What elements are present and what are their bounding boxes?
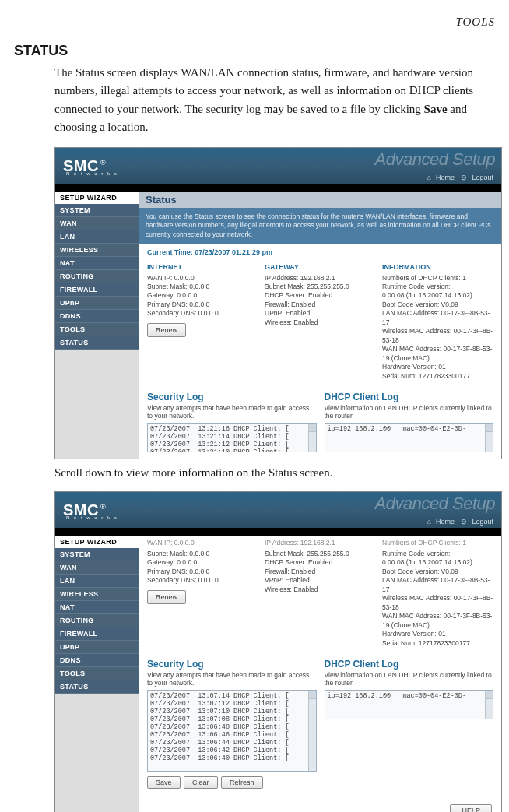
info-line: Gateway: 0.0.0.0 — [147, 558, 258, 567]
scrollbar[interactable] — [308, 424, 316, 452]
content-pane: WAN IP: 0.0.0.0 Subnet Mask: 0.0.0.0Gate… — [139, 536, 501, 812]
gateway-column: GATEWAY IP Address: 192.168.2.1Subnet Ma… — [265, 262, 376, 381]
home-icon: ⌂ — [427, 518, 431, 526]
security-log-content: 07/23/2007 13:21:16 DHCP Client: [ 07/23… — [150, 425, 290, 452]
scrollbar[interactable] — [308, 691, 316, 771]
intro-text: The Status screen displays WAN/LAN conne… — [54, 66, 473, 115]
sidebar-item-wireless[interactable]: WIRELESS — [55, 244, 139, 257]
dhcp-log-textarea[interactable]: ip=192.168.2.100 mac=00-04-E2-0D- — [325, 423, 494, 452]
info-line: Numbers of DHCP Clients: 1 — [382, 274, 493, 283]
info-line: 0.00.08 (Jul 16 2007 14:13:02) — [382, 291, 493, 300]
sidebar-item-routing[interactable]: ROUTING — [55, 270, 139, 283]
logs-row: Security Log View any attempts that have… — [147, 659, 493, 789]
home-link[interactable]: Home — [436, 518, 455, 526]
dhcp-log-textarea[interactable]: ip=192.168.2.100 mac=00-04-E2-0D- — [325, 690, 494, 719]
sidebar-item-tools[interactable]: TOOLS — [55, 667, 139, 680]
info-line: DHCP Server: Enabled — [265, 291, 376, 300]
black-strip — [55, 528, 501, 536]
info-line: Runtime Code Version: — [382, 283, 493, 291]
info-line: VPnP: Enabled — [265, 576, 376, 585]
gateway-column: IP Address: 192.168.2.1 Subnet Mask: 255… — [265, 539, 376, 648]
sidebar-item-nat[interactable]: NAT — [55, 601, 139, 614]
sidebar-item-upnp[interactable]: UPnP — [55, 641, 139, 654]
internet-column: WAN IP: 0.0.0.0 Subnet Mask: 0.0.0.0Gate… — [147, 539, 258, 648]
ghost-line: Numbers of DHCP Clients: 1 — [382, 539, 493, 547]
security-log-textarea[interactable]: 07/23/2007 13:21:16 DHCP Client: [ 07/23… — [147, 423, 317, 452]
dhcp-log-desc: View information on LAN DHCP clients cur… — [325, 671, 494, 687]
info-line: WAN IP: 0.0.0.0 — [147, 274, 258, 283]
renew-button[interactable]: Renew — [147, 590, 186, 604]
intro-paragraph: The Status screen displays WAN/LAN conne… — [54, 64, 495, 136]
info-line: Runtime Code Version: — [382, 550, 493, 558]
info-line: Gateway: 0.0.0.0 — [147, 291, 258, 300]
info-line: DHCP Server: Enabled — [265, 558, 376, 567]
renew-button[interactable]: Renew — [147, 323, 186, 337]
refresh-button[interactable]: Refresh — [221, 776, 263, 789]
help-row: HELP — [147, 800, 493, 812]
sidebar-item-routing[interactable]: ROUTING — [55, 614, 139, 627]
screenshot-status-bottom: SMC ® N e t w o r k s Advanced Setup ⌂Ho… — [54, 491, 502, 812]
logo-registered: ® — [100, 159, 106, 167]
information-column: INFORMATION Numbers of DHCP Clients: 1Ru… — [382, 262, 493, 381]
scrollbar[interactable] — [485, 691, 493, 719]
sidebar-item-ddns[interactable]: DDNS — [55, 310, 139, 323]
logout-icon: ⊖ — [461, 174, 467, 181]
logout-icon: ⊖ — [461, 518, 467, 526]
sidebar-item-system[interactable]: SYSTEM — [55, 548, 139, 561]
internet-heading: INTERNET — [147, 262, 258, 272]
security-log-desc: View any attempts that have been made to… — [147, 671, 317, 687]
info-line: WAN MAC Address: 00-17-3F-8B-53-19 (Clon… — [382, 612, 493, 630]
information-heading: INFORMATION — [382, 262, 493, 272]
sidebar-item-firewall[interactable]: FIREWALL — [55, 283, 139, 297]
sidebar-item-system[interactable]: SYSTEM — [55, 204, 139, 217]
dhcp-log-heading: DHCP Client Log — [325, 392, 494, 402]
dhcp-log-content: ip=192.168.2.100 mac=00-04-E2-0D- — [328, 425, 467, 433]
home-icon: ⌂ — [427, 174, 431, 181]
sidebar-item-tools[interactable]: TOOLS — [55, 323, 139, 336]
info-line: Subnet Mask: 255.255.255.0 — [265, 283, 376, 291]
sidebar-item-status[interactable]: STATUS — [55, 680, 139, 694]
info-line: Subnet Mask: 0.0.0.0 — [147, 283, 258, 291]
sidebar-item-nat[interactable]: NAT — [55, 257, 139, 270]
sidebar: SETUP WIZARD SYSTEMWANLANWIRELESSNATROUT… — [55, 536, 139, 812]
scrollbar[interactable] — [485, 424, 493, 452]
content-pane: Status You can use the Status screen to … — [139, 192, 501, 459]
info-line: Wireless MAC Address: 00-17-3F-8B-53-18 — [382, 594, 493, 612]
info-line: Hardware Version: 01 — [382, 363, 493, 371]
info-line: IP Address: 192.168.2.1 — [265, 274, 376, 283]
dhcp-log-desc: View information on LAN DHCP clients cur… — [325, 404, 494, 420]
save-button[interactable]: Save — [147, 776, 181, 789]
section-title: STATUS — [14, 43, 495, 59]
ghost-line: IP Address: 192.168.2.1 — [265, 539, 376, 547]
security-log: Security Log View any attempts that have… — [147, 659, 317, 789]
logout-link[interactable]: Logout — [472, 174, 493, 181]
current-time: Current Time: 07/23/2007 01:21:29 pm — [147, 248, 493, 256]
security-log-textarea[interactable]: 07/23/2007 13:07:14 DHCP Client: [ 07/23… — [147, 690, 317, 772]
sidebar: SETUP WIZARD SYSTEMWANLANWIRELESSNATROUT… — [55, 192, 139, 459]
info-line: Firewall: Enabled — [265, 568, 376, 576]
info-line: Serial Num: 12717823300177 — [382, 639, 493, 648]
info-line: Subnet Mask: 255.255.255.0 — [265, 550, 376, 558]
clear-button[interactable]: Clear — [184, 776, 218, 789]
security-log: Security Log View any attempts that have… — [147, 392, 317, 452]
advanced-setup-watermark: Advanced Setup — [375, 494, 495, 514]
info-line: Hardware Version: 01 — [382, 630, 493, 638]
sidebar-item-lan[interactable]: LAN — [55, 230, 139, 244]
info-line: LAN MAC Address: 00-17-3F-8B-53-17 — [382, 576, 493, 594]
sidebar-item-status[interactable]: STATUS — [55, 336, 139, 350]
sidebar-item-wan[interactable]: WAN — [55, 217, 139, 230]
sidebar-item-firewall[interactable]: FIREWALL — [55, 627, 139, 641]
security-log-heading: Security Log — [147, 659, 317, 670]
logout-link[interactable]: Logout — [472, 518, 493, 526]
home-link[interactable]: Home — [436, 174, 455, 181]
info-columns: WAN IP: 0.0.0.0 Subnet Mask: 0.0.0.0Gate… — [147, 539, 493, 648]
setup-wizard-button[interactable]: SETUP WIZARD — [55, 536, 139, 548]
help-button[interactable]: HELP — [450, 804, 492, 812]
sidebar-item-lan[interactable]: LAN — [55, 575, 139, 588]
page-header-tools: TOOLS — [14, 16, 495, 29]
setup-wizard-button[interactable]: SETUP WIZARD — [55, 192, 139, 204]
sidebar-item-ddns[interactable]: DDNS — [55, 654, 139, 667]
sidebar-item-wan[interactable]: WAN — [55, 561, 139, 575]
sidebar-item-upnp[interactable]: UPnP — [55, 297, 139, 310]
sidebar-item-wireless[interactable]: WIRELESS — [55, 588, 139, 601]
